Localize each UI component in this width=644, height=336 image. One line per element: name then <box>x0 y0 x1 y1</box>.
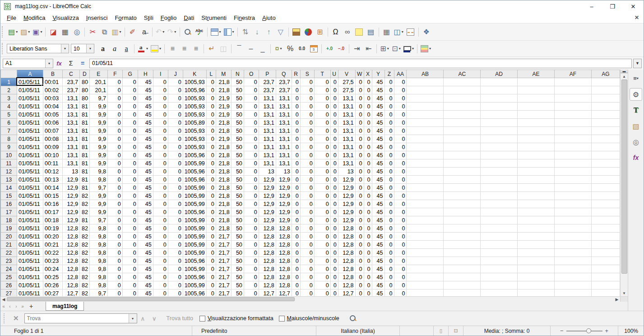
cell-I12[interactable]: 0 <box>153 168 168 176</box>
cell-G27[interactable]: 0 <box>122 289 138 297</box>
cell-AF6[interactable] <box>554 119 591 127</box>
column-header-AC[interactable]: AC <box>444 70 481 78</box>
align-left-button[interactable]: ≡ <box>167 42 178 55</box>
cell-AF9[interactable] <box>554 143 591 151</box>
cell-T13[interactable]: 0 <box>314 176 330 184</box>
cell-Q10[interactable]: 13,1 <box>276 151 292 159</box>
cell-O12[interactable]: 0 <box>244 168 259 176</box>
cell-I4[interactable]: 0 <box>153 103 168 111</box>
cell-B4[interactable]: 00:04 <box>43 103 62 111</box>
cell-AD10[interactable] <box>481 151 518 159</box>
cell-Z8[interactable]: 0 <box>385 135 394 143</box>
cell-AA14[interactable]: 0 <box>394 184 407 192</box>
cell-G15[interactable]: 0 <box>122 192 138 200</box>
cell-AD23[interactable] <box>481 257 518 265</box>
cell-S24[interactable]: 0 <box>300 265 314 273</box>
cell-F10[interactable]: 0 <box>107 151 122 159</box>
cell-I10[interactable]: 0 <box>153 151 168 159</box>
cell-I20[interactable]: 0 <box>153 233 168 241</box>
cell-AF19[interactable] <box>554 224 591 233</box>
cell-P2[interactable]: 23,7 <box>259 86 276 94</box>
cell-L27[interactable]: 0 <box>206 289 216 297</box>
row-header-6[interactable]: 6 <box>1 119 17 127</box>
cell-F26[interactable]: 0 <box>107 281 122 289</box>
cell-H10[interactable]: 45 <box>138 151 153 159</box>
insert-rows-button[interactable]: ▾ <box>210 26 222 38</box>
add-sheet-button[interactable]: + <box>26 302 37 311</box>
cell-T5[interactable]: 0 <box>314 111 330 119</box>
cell-AA13[interactable]: 0 <box>394 176 407 184</box>
cell-Y27[interactable]: 45 <box>372 289 385 297</box>
align-bottom-button[interactable]: _ <box>257 42 268 55</box>
cell-R13[interactable]: 0 <box>292 176 300 184</box>
cell-L25[interactable]: 0 <box>206 273 216 281</box>
cell-K8[interactable]: 1005,93 <box>183 135 206 143</box>
cell-P26[interactable]: 12,8 <box>259 281 276 289</box>
cell-P20[interactable]: 12,8 <box>259 233 276 241</box>
cell-Y16[interactable]: 45 <box>372 200 385 208</box>
cell-E6[interactable]: 9,9 <box>89 119 107 127</box>
add-decimal-place-button[interactable]: +.0 <box>324 42 335 55</box>
cell-Q19[interactable]: 12,8 <box>276 224 292 233</box>
cell-H17[interactable]: 45 <box>138 208 153 216</box>
cell-N27[interactable]: 50 <box>231 289 244 297</box>
cell-R2[interactable]: 0 <box>292 86 300 94</box>
cell-AB1[interactable] <box>407 78 444 86</box>
cell-AA5[interactable]: 0 <box>394 111 407 119</box>
cell-N18[interactable]: 50 <box>231 216 244 224</box>
insert-image-button[interactable] <box>291 26 302 38</box>
column-header-N[interactable]: N <box>231 70 244 78</box>
next-sheet-icon[interactable]: › <box>13 302 19 311</box>
column-header-AE[interactable]: AE <box>518 70 555 78</box>
cell-O8[interactable]: 0 <box>244 135 259 143</box>
cell-U21[interactable]: 0 <box>330 241 338 249</box>
cell-P15[interactable]: 12,9 <box>259 192 276 200</box>
cell-B11[interactable]: 00:11 <box>43 159 62 168</box>
row-header-3[interactable]: 3 <box>1 94 17 103</box>
cell-H16[interactable]: 45 <box>138 200 153 208</box>
cell-U27[interactable]: 0 <box>330 289 338 297</box>
cell-T10[interactable]: 0 <box>314 151 330 159</box>
row-header-25[interactable]: 25 <box>1 273 17 281</box>
cell-H3[interactable]: 45 <box>138 94 153 103</box>
cell-L21[interactable]: 0 <box>206 241 216 249</box>
cell-A12[interactable]: 01/05/11 <box>17 168 43 176</box>
cell-T21[interactable]: 0 <box>314 241 330 249</box>
cell-H24[interactable]: 45 <box>138 265 153 273</box>
cell-C10[interactable]: 13,1 <box>62 151 79 159</box>
cell-R5[interactable]: 0 <box>292 111 300 119</box>
cell-AE4[interactable] <box>518 103 555 111</box>
cell-A13[interactable]: 01/05/11 <box>17 176 43 184</box>
cell-AC24[interactable] <box>444 265 481 273</box>
cell-S19[interactable]: 0 <box>300 224 314 233</box>
cell-AE6[interactable] <box>518 119 555 127</box>
cell-C25[interactable]: 12,8 <box>62 273 79 281</box>
cell-X23[interactable]: 0 <box>364 257 372 265</box>
cell-H21[interactable]: 45 <box>138 241 153 249</box>
cell-J5[interactable]: 0 <box>168 111 183 119</box>
cell-H9[interactable]: 45 <box>138 143 153 151</box>
cell-Z9[interactable]: 0 <box>385 143 394 151</box>
freeze-rows-columns-button[interactable]: ◫▾ <box>393 26 404 38</box>
cell-Q22[interactable]: 12,8 <box>276 249 292 257</box>
cell-AB19[interactable] <box>407 224 444 233</box>
cell-T23[interactable]: 0 <box>314 257 330 265</box>
cell-K6[interactable]: 1005,89 <box>183 119 206 127</box>
cell-U12[interactable]: 0 <box>330 168 338 176</box>
cell-D9[interactable]: 81 <box>79 143 89 151</box>
cell-G23[interactable]: 0 <box>122 257 138 265</box>
cell-M17[interactable]: 21,8 <box>216 208 231 216</box>
cell-N22[interactable]: 50 <box>231 249 244 257</box>
cell-P24[interactable]: 12,8 <box>259 265 276 273</box>
cell-AF8[interactable] <box>554 135 591 143</box>
cell-B22[interactable]: 00:22 <box>43 249 62 257</box>
cell-N13[interactable]: 50 <box>231 176 244 184</box>
menu-dati[interactable]: Dati <box>180 13 198 23</box>
cell-J14[interactable]: 0 <box>168 184 183 192</box>
cell-P14[interactable]: 12,9 <box>259 184 276 192</box>
cell-W14[interactable]: 0 <box>355 184 364 192</box>
cell-K3[interactable]: 1005,93 <box>183 94 206 103</box>
cell-O22[interactable]: 0 <box>244 249 259 257</box>
cell-C14[interactable]: 12,9 <box>62 184 79 192</box>
zoom-in-icon[interactable]: + <box>602 327 612 334</box>
